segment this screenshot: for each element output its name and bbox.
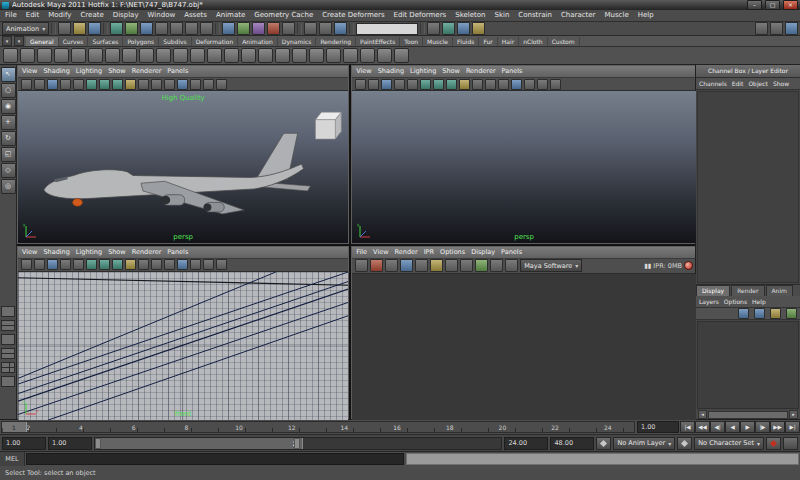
select-camera-icon[interactable] [21, 79, 32, 90]
character-set-key-icon[interactable] [596, 437, 611, 450]
backface-culling-icon[interactable] [164, 79, 175, 90]
toggle-attribute-editor-icon[interactable] [755, 22, 768, 35]
mel-input[interactable] [26, 453, 404, 465]
command-language-toggle[interactable]: MEL [0, 452, 25, 466]
front-canvas[interactable]: front y x [18, 272, 348, 420]
isolate-select-icon[interactable] [177, 79, 188, 90]
shelf-item-icon[interactable] [88, 48, 103, 63]
toggle-channel-box-icon[interactable] [785, 22, 798, 35]
shelf-item-icon[interactable] [326, 48, 341, 63]
shelf-item-icon[interactable] [71, 48, 86, 63]
menu-modify[interactable]: Modify [48, 10, 71, 21]
viewport-persp-model[interactable]: View Shading Lighting Show Renderer Pane… [17, 65, 349, 244]
animation-preferences-icon[interactable] [783, 437, 798, 450]
mute-layer-icon[interactable] [677, 437, 692, 450]
field-chart-icon[interactable] [524, 79, 535, 90]
vp-menu-show[interactable]: Show [108, 247, 126, 258]
lights-icon[interactable] [125, 79, 136, 90]
select-by-hierarchy-icon[interactable] [110, 22, 123, 35]
scroll-left-icon[interactable]: ◂ [698, 410, 707, 419]
anim-layer-selector[interactable]: No Anim Layer ▾ [613, 437, 675, 450]
remove-image-icon[interactable] [490, 259, 503, 272]
shelf-tab-general[interactable]: General [26, 37, 59, 46]
shelf-item-icon[interactable] [275, 48, 290, 63]
go-to-start-button[interactable]: |◀ [680, 421, 695, 433]
selection-mask-curves-icon[interactable] [185, 22, 198, 35]
lasso-tool-icon[interactable]: ○ [1, 83, 16, 98]
bookmarks-icon[interactable] [60, 259, 71, 270]
persp-canvas[interactable]: persp y [352, 91, 696, 243]
two-pane-stacked-layout-button[interactable] [1, 320, 15, 331]
step-back-frame-button[interactable]: ◀| [710, 421, 725, 433]
ipr-render-icon[interactable] [400, 259, 413, 272]
stop-render-icon[interactable] [684, 261, 693, 270]
textured-icon[interactable] [446, 79, 457, 90]
shelf-item-icon[interactable] [377, 48, 392, 63]
bookmarks-icon[interactable] [60, 79, 71, 90]
snap-to-view-plane-icon[interactable] [267, 22, 280, 35]
select-camera-icon[interactable] [355, 79, 366, 90]
rv-menu-ipr[interactable]: IPR [424, 247, 434, 258]
rv-menu-options[interactable]: Options [440, 247, 465, 258]
vp-menu-shading[interactable]: Shading [378, 66, 404, 77]
step-forward-key-button[interactable]: ▶▶ [770, 421, 785, 433]
shelf-tab-muscle[interactable]: Muscle [423, 37, 453, 46]
go-to-end-button[interactable]: ▶| [785, 421, 800, 433]
shelf-item-icon[interactable] [394, 48, 409, 63]
persp-canvas[interactable]: High Quality persp y [18, 91, 348, 243]
play-backwards-button[interactable]: ◀ [725, 421, 740, 433]
isolate-select-icon[interactable] [511, 79, 522, 90]
menu-skin[interactable]: Skin [494, 10, 509, 21]
shadows-icon[interactable] [472, 79, 483, 90]
shelf-item-menu-icon[interactable]: ▾ [14, 36, 24, 46]
vp-menu-shading[interactable]: Shading [43, 247, 69, 258]
menu-animate[interactable]: Animate [216, 10, 245, 21]
shelf-item-icon[interactable] [105, 48, 120, 63]
cb-menu-edit[interactable]: Edit [732, 78, 744, 89]
shelf-tab-hair[interactable]: Hair [498, 37, 519, 46]
open-scene-icon[interactable] [73, 22, 86, 35]
input-connections-icon[interactable] [304, 22, 317, 35]
save-scene-icon[interactable] [88, 22, 101, 35]
menu-edit-deformers[interactable]: Edit Deformers [394, 10, 447, 21]
vp-menu-renderer[interactable]: Renderer [132, 247, 162, 258]
four-pane-layout-button[interactable] [1, 348, 15, 359]
vp-menu-panels[interactable]: Panels [167, 66, 188, 77]
vp-menu-view[interactable]: View [22, 247, 37, 258]
select-by-component-icon[interactable] [140, 22, 153, 35]
shelf-item-icon[interactable] [224, 48, 239, 63]
shelf-tab-animation[interactable]: Animation [238, 37, 278, 46]
lights-icon[interactable] [459, 79, 470, 90]
gate-mask-icon[interactable] [216, 79, 227, 90]
animation-end-field[interactable]: 48.00 [550, 437, 594, 450]
renderer-selector[interactable]: Maya Software ▾ [520, 259, 582, 272]
last-tool-icon[interactable]: ◎ [1, 179, 16, 194]
xray-icon[interactable] [485, 79, 496, 90]
new-scene-icon[interactable] [58, 22, 71, 35]
new-empty-layer-icon[interactable] [770, 308, 781, 319]
shelf-item-icon[interactable] [309, 48, 324, 63]
minimize-button[interactable]: – [747, 0, 762, 10]
snap-to-point-icon[interactable] [252, 22, 265, 35]
current-frame-marker[interactable]: 1 [2, 422, 27, 432]
menu-constrain[interactable]: Constrain [518, 10, 552, 21]
vp-menu-renderer[interactable]: Renderer [466, 66, 496, 77]
le-menu-help[interactable]: Help [752, 296, 766, 307]
shaded-icon[interactable] [433, 79, 444, 90]
backface-culling-icon[interactable] [498, 79, 509, 90]
render-view-panel[interactable]: File View Render IPR Options Display Pan… [351, 246, 697, 421]
selection-mask-handles-icon[interactable] [155, 22, 168, 35]
scale-tool-icon[interactable]: ◱ [1, 147, 16, 162]
render-region-icon[interactable] [370, 259, 383, 272]
snap-to-curve-icon[interactable] [237, 22, 250, 35]
xray-icon[interactable] [151, 79, 162, 90]
tab-render-layers[interactable]: Render [731, 285, 764, 296]
tab-display-layers[interactable]: Display [696, 285, 730, 296]
shelf-tab-rendering[interactable]: Rendering [316, 37, 356, 46]
shelf-tab-fluids[interactable]: Fluids [453, 37, 480, 46]
image-plane-icon[interactable] [73, 79, 84, 90]
three-pane-layout-button[interactable] [1, 362, 15, 373]
display-rgb-icon[interactable] [445, 259, 458, 272]
range-start-handle[interactable] [95, 438, 101, 449]
shelf-item-icon[interactable] [258, 48, 273, 63]
